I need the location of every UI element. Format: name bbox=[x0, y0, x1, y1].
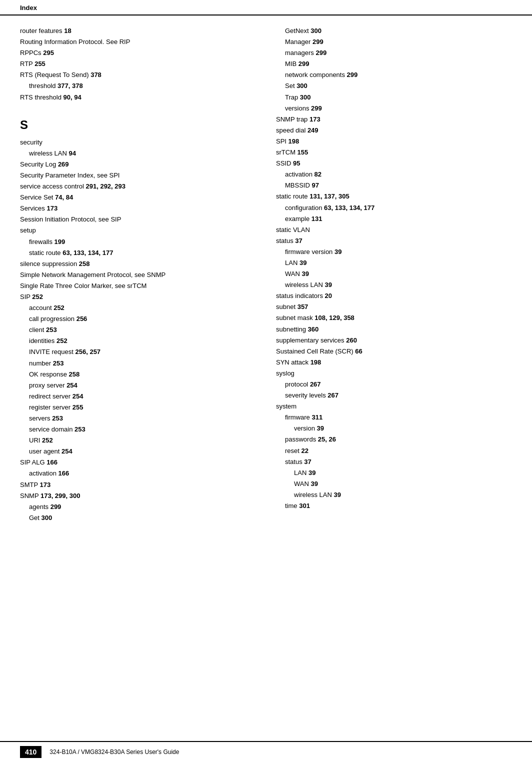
index-entry: WAN 39 bbox=[276, 478, 512, 490]
index-entry: account 252 bbox=[20, 302, 256, 314]
index-entry: severity levels 267 bbox=[276, 390, 512, 401]
index-entry: firewalls 199 bbox=[20, 236, 256, 248]
index-entry: INVITE request 256, 257 bbox=[20, 346, 256, 358]
index-entry: SMTP 173 bbox=[20, 480, 256, 490]
index-entry: Sustained Cell Rate (SCR) 66 bbox=[276, 346, 512, 357]
index-entry: Manager 299 bbox=[276, 36, 512, 48]
index-entry: static route 131, 137, 305 bbox=[276, 191, 512, 202]
header-title: Index bbox=[20, 4, 37, 12]
index-entry: client 253 bbox=[20, 324, 256, 336]
index-entry: SIP ALG 166 bbox=[20, 457, 256, 468]
index-entry: status indicators 20 bbox=[276, 290, 512, 302]
index-entry: Simple Network Management Protocol, see … bbox=[20, 270, 256, 280]
index-entry: RTS threshold 90, 94 bbox=[20, 92, 256, 103]
index-entry: static VLAN bbox=[276, 224, 512, 236]
index-entry: router features 18 bbox=[20, 26, 256, 36]
index-entry: call progression 256 bbox=[20, 314, 256, 324]
index-entry: MBSSID 97 bbox=[276, 180, 512, 191]
index-entry: static route 63, 133, 134, 177 bbox=[20, 248, 256, 258]
index-entry: URI 252 bbox=[20, 435, 256, 446]
index-entry: service access control 291, 292, 293 bbox=[20, 181, 256, 192]
index-entry: status 37 bbox=[276, 236, 512, 246]
index-entry: wireless LAN 39 bbox=[276, 280, 512, 290]
index-entry: Routing Information Protocol. See RIP bbox=[20, 36, 256, 48]
index-entry: activation 166 bbox=[20, 468, 256, 479]
index-entry: SNMP 173, 299, 300 bbox=[20, 490, 256, 502]
index-entry: speed dial 249 bbox=[276, 125, 512, 136]
index-entry: RPPCs 295 bbox=[20, 48, 256, 58]
index-entry: managers 299 bbox=[276, 48, 512, 58]
page-content: router features 18Routing Information Pr… bbox=[0, 16, 532, 534]
index-entry: system bbox=[276, 401, 512, 412]
index-entry: SYN attack 198 bbox=[276, 357, 512, 368]
index-entry: version 39 bbox=[276, 423, 512, 434]
index-entry: firmware 311 bbox=[276, 412, 512, 423]
index-entry: SPI 198 bbox=[276, 136, 512, 147]
index-entry: Session Initiation Protocol, see SIP bbox=[20, 214, 256, 225]
index-entry: LAN 39 bbox=[276, 468, 512, 478]
index-entry: configuration 63, 133, 134, 177 bbox=[276, 202, 512, 214]
index-entry: activation 82 bbox=[276, 169, 512, 180]
index-entry: wireless LAN 39 bbox=[276, 490, 512, 500]
index-entry: Trap 300 bbox=[276, 92, 512, 103]
index-entry: time 301 bbox=[276, 500, 512, 512]
index-entry: setup bbox=[20, 225, 256, 236]
index-entry: RTS (Request To Send) 378 bbox=[20, 70, 256, 80]
index-entry: LAN 39 bbox=[276, 258, 512, 268]
index-entry: subnet mask 108, 129, 358 bbox=[276, 312, 512, 324]
index-entry: supplementary services 260 bbox=[276, 335, 512, 346]
index-entry: reset 22 bbox=[276, 446, 512, 456]
footer-book-title: 324-B10A / VMG8324-B30A Series User's Gu… bbox=[50, 748, 179, 756]
index-entry: Security Log 269 bbox=[20, 159, 256, 170]
index-entry: identities 252 bbox=[20, 336, 256, 346]
index-entry: status 37 bbox=[276, 456, 512, 468]
index-entry: proxy server 254 bbox=[20, 380, 256, 391]
index-entry: subnetting 360 bbox=[276, 324, 512, 335]
page-header: Index bbox=[0, 0, 532, 16]
index-entry: SSID 95 bbox=[276, 158, 512, 169]
index-entry: subnet 357 bbox=[276, 302, 512, 312]
index-entry: silence suppression 258 bbox=[20, 258, 256, 270]
index-entry: MIB 299 bbox=[276, 58, 512, 70]
index-entry: Get 300 bbox=[20, 512, 256, 524]
index-entry: syslog bbox=[276, 368, 512, 379]
index-entry: SIP 252 bbox=[20, 292, 256, 302]
index-entry: Security Parameter Index, see SPI bbox=[20, 170, 256, 181]
index-entry: WAN 39 bbox=[276, 268, 512, 280]
index-entry: threshold 377, 378 bbox=[20, 80, 256, 92]
index-entry: Set 300 bbox=[276, 80, 512, 92]
index-entry: srTCM 155 bbox=[276, 147, 512, 158]
index-entry: Single Rate Three Color Marker, see srTC… bbox=[20, 280, 256, 292]
index-entry: register server 255 bbox=[20, 402, 256, 413]
index-entry: wireless LAN 94 bbox=[20, 148, 256, 159]
index-entry: user agent 254 bbox=[20, 446, 256, 457]
index-entry: GetNext 300 bbox=[276, 26, 512, 36]
index-entry: network components 299 bbox=[276, 70, 512, 80]
index-entry: service domain 253 bbox=[20, 424, 256, 435]
index-entry: example 131 bbox=[276, 214, 512, 224]
index-entry: protocol 267 bbox=[276, 379, 512, 390]
index-entry: RTP 255 bbox=[20, 58, 256, 70]
right-column: GetNext 300Manager 299managers 299MIB 29… bbox=[266, 26, 512, 524]
section-letter: S bbox=[20, 118, 256, 132]
left-column: router features 18Routing Information Pr… bbox=[20, 26, 266, 524]
index-entry: security bbox=[20, 137, 256, 148]
index-entry: agents 299 bbox=[20, 502, 256, 512]
page-number: 410 bbox=[20, 746, 42, 758]
index-entry: redirect server 254 bbox=[20, 391, 256, 402]
page-footer: 410 324-B10A / VMG8324-B30A Series User'… bbox=[0, 741, 532, 762]
index-entry: passwords 25, 26 bbox=[276, 434, 512, 445]
index-entry: number 253 bbox=[20, 358, 256, 369]
index-entry: firmware version 39 bbox=[276, 246, 512, 258]
index-entry: Services 173 bbox=[20, 203, 256, 214]
index-entry: Service Set 74, 84 bbox=[20, 192, 256, 203]
index-entry: versions 299 bbox=[276, 103, 512, 114]
index-entry: OK response 258 bbox=[20, 369, 256, 380]
index-entry: SNMP trap 173 bbox=[276, 114, 512, 125]
index-entry: servers 253 bbox=[20, 413, 256, 424]
